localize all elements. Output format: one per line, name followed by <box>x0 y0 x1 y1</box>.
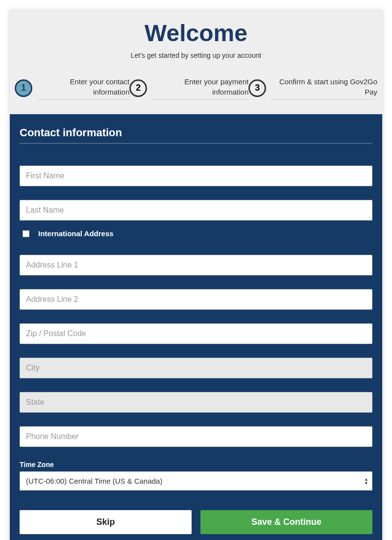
step-3: 3 Confirm & start using Gov2Go Pay <box>248 76 377 99</box>
first-name-input[interactable] <box>20 166 372 186</box>
address-line-2-input[interactable] <box>20 289 372 310</box>
step-2-label: Enter your payment information <box>152 76 248 99</box>
phone-input[interactable] <box>20 426 372 447</box>
timezone-select-wrap: (UTC-06:00) Central Time (US & Canada) ▴… <box>20 471 372 491</box>
step-1-label: Enter your contact information <box>37 76 129 99</box>
timezone-label: Time Zone <box>20 461 372 468</box>
last-name-input[interactable] <box>20 200 372 221</box>
state-input[interactable] <box>20 392 372 413</box>
timezone-select[interactable]: (UTC-06:00) Central Time (US & Canada) <box>20 471 372 491</box>
step-3-label: Confirm & start using Gov2Go Pay <box>271 76 377 99</box>
step-2-circle: 2 <box>129 79 147 97</box>
page-title: Welcome <box>10 20 382 47</box>
skip-button[interactable]: Skip <box>20 510 192 534</box>
step-1: 1 Enter your contact information <box>15 76 129 99</box>
save-continue-button[interactable]: Save & Continue <box>200 510 372 534</box>
step-3-circle: 3 <box>248 79 266 97</box>
steps-row: 1 Enter your contact information 2 Enter… <box>10 76 382 99</box>
wizard-container: Welcome Let's get started by setting up … <box>10 10 382 540</box>
header: Welcome Let's get started by setting up … <box>10 10 382 114</box>
section-title: Contact information <box>20 126 372 144</box>
page-subtitle: Let's get started by setting up your acc… <box>10 51 382 59</box>
international-checkbox[interactable] <box>23 230 29 237</box>
international-row: International Address <box>20 229 372 238</box>
city-input[interactable] <box>20 358 372 378</box>
button-row: Skip Save & Continue <box>20 510 372 534</box>
step-2: 2 Enter your payment information <box>129 76 248 99</box>
step-1-circle: 1 <box>15 79 32 97</box>
international-label: International Address <box>38 229 114 238</box>
address-line-1-input[interactable] <box>20 255 372 275</box>
form-section: Contact information International Addres… <box>10 114 382 540</box>
zip-input[interactable] <box>20 323 372 344</box>
